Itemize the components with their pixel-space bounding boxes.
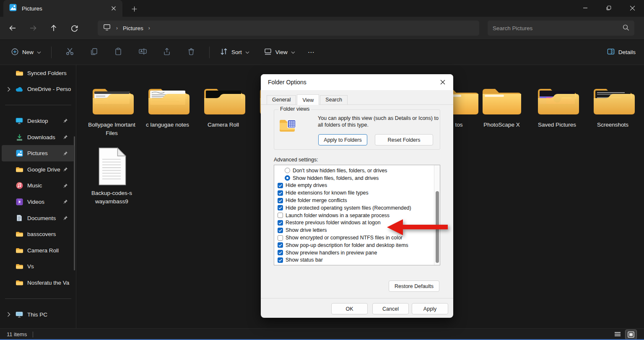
- this-pc-icon[interactable]: [103, 23, 111, 33]
- sidebar-item-label: Documents: [27, 215, 62, 221]
- sidebar-item-videos[interactable]: Videos: [2, 194, 74, 210]
- sidebar-item-desktop[interactable]: Desktop: [2, 113, 74, 129]
- sidebar-item-onedrive-perso[interactable]: OneDrive - Perso: [2, 81, 74, 98]
- minimize-button[interactable]: [574, 0, 597, 16]
- explorer-tab-pictures[interactable]: Pictures: [3, 0, 122, 17]
- restore-defaults-button[interactable]: Restore Defaults: [389, 280, 439, 292]
- checkbox-checked[interactable]: [278, 250, 283, 255]
- radio-selected[interactable]: [285, 175, 290, 181]
- new-tab-button[interactable]: [128, 3, 140, 14]
- folder-tile-screenshots[interactable]: Screenshots: [585, 71, 641, 129]
- expand-chevron-icon[interactable]: [5, 312, 13, 317]
- setting-hide-folder-merge-conflicts[interactable]: Hide folder merge conflicts: [274, 197, 440, 204]
- checkbox-checked[interactable]: [278, 205, 283, 210]
- setting-don-t-show-hidden-files-folders-or-drive[interactable]: Don't show hidden files, folders, or dri…: [274, 167, 440, 174]
- dialog-tab-view[interactable]: View: [297, 94, 319, 105]
- setting-hide-empty-drives[interactable]: Hide empty drives: [274, 182, 440, 189]
- folder-tile-camera-roll[interactable]: Camera Roll: [195, 71, 251, 129]
- setting-show-pop-up-description-for-folder-and-d[interactable]: Show pop-up description for folder and d…: [274, 241, 440, 249]
- share-button[interactable]: [159, 45, 175, 60]
- folder-tile-photoscape-x[interactable]: PhotoScape X: [474, 71, 530, 129]
- setting-show-drive-letters[interactable]: Show drive letters: [274, 226, 440, 234]
- titlebar: Pictures: [0, 0, 644, 17]
- sidebar-item-pictures[interactable]: Pictures: [2, 145, 74, 161]
- breadcrumb-pictures[interactable]: Pictures: [123, 25, 143, 31]
- sidebar-item-label: Camera Roll: [27, 247, 72, 254]
- setting-show-hidden-files-folders-and-drives[interactable]: Show hidden files, folders, and drives: [274, 174, 440, 182]
- cut-button[interactable]: [62, 45, 78, 60]
- videos-icon: [15, 198, 23, 205]
- rename-button[interactable]: [135, 45, 151, 60]
- sidebar-item-basscovers[interactable]: basscovers: [2, 226, 74, 242]
- radio-unselected[interactable]: [285, 168, 290, 173]
- new-button[interactable]: New: [7, 44, 45, 60]
- folder-tile-saved-pictures[interactable]: Saved Pictures: [529, 71, 585, 129]
- sidebar-item-downloads[interactable]: Downloads: [2, 129, 74, 145]
- checkbox-checked[interactable]: [278, 220, 283, 226]
- checkbox-checked[interactable]: [278, 257, 283, 263]
- checkbox-checked[interactable]: [278, 190, 283, 196]
- checkbox-unchecked[interactable]: [278, 235, 283, 241]
- details-button[interactable]: Details: [607, 47, 636, 57]
- sort-button[interactable]: Sort: [216, 44, 254, 60]
- dialog-close-icon[interactable]: [437, 77, 448, 88]
- setting-show-sync-provider-notifications[interactable]: Show sync provider notifications: [274, 264, 440, 265]
- paste-button[interactable]: [110, 45, 126, 60]
- list-scrollbar-thumb[interactable]: [436, 191, 439, 263]
- sidebar-item-this-pc[interactable]: This PC: [2, 306, 74, 323]
- setting-show-encrypted-or-compressed-ntfs-files-[interactable]: Show encrypted or compressed NTFS files …: [274, 234, 440, 241]
- checkbox-checked[interactable]: [278, 265, 283, 265]
- forward-button[interactable]: [25, 21, 41, 36]
- setting-show-preview-handlers-in-preview-pane[interactable]: Show preview handlers in preview pane: [274, 249, 440, 257]
- folder-icon: [15, 263, 23, 270]
- cancel-button[interactable]: Cancel: [372, 303, 409, 314]
- search-box[interactable]: [488, 21, 634, 36]
- checkbox-checked[interactable]: [278, 183, 283, 188]
- apply-button[interactable]: Apply: [412, 303, 448, 314]
- sidebar-item-synced-folders[interactable]: Synced Folders: [2, 65, 74, 81]
- folder-tile-c-langugae-notes[interactable]: c langugae notes: [140, 71, 195, 129]
- file-tile-backup-codes-s-wayambass9[interactable]: Backup-codes-s wayambass9: [84, 140, 140, 206]
- setting-show-status-bar[interactable]: Show status bar: [274, 257, 440, 264]
- dialog-tab-general[interactable]: General: [267, 95, 296, 104]
- search-input[interactable]: [493, 25, 622, 31]
- copy-button[interactable]: [86, 45, 102, 60]
- close-button[interactable]: [621, 0, 644, 16]
- sidebar-item-documents[interactable]: Documents: [2, 210, 74, 226]
- large-icons-view-toggle[interactable]: [626, 330, 636, 339]
- maximize-button[interactable]: [597, 0, 621, 16]
- address-bar[interactable]: › Pictures ›: [98, 21, 479, 36]
- setting-hide-extensions-for-known-file-types[interactable]: Hide extensions for known file types: [274, 189, 440, 197]
- refresh-button[interactable]: [66, 21, 82, 36]
- setting-hide-protected-operating-system-files-re[interactable]: Hide protected operating system files (R…: [274, 204, 440, 212]
- setting-launch-folder-windows-in-a-separate-proc[interactable]: Launch folder windows in a separate proc…: [274, 212, 440, 219]
- reset-folders-button[interactable]: Reset Folders: [375, 134, 433, 145]
- details-view-toggle[interactable]: [612, 330, 623, 339]
- up-button[interactable]: [46, 21, 62, 36]
- apply-to-folders-button[interactable]: Apply to Folders: [318, 134, 367, 145]
- sidebar-item-label: Google Drive: [27, 166, 62, 173]
- tab-close-icon[interactable]: [109, 4, 118, 13]
- checkbox-checked[interactable]: [278, 198, 283, 203]
- checkbox-checked[interactable]: [278, 228, 283, 233]
- ok-button[interactable]: OK: [331, 303, 368, 314]
- tile-label: Saved Pictures: [529, 121, 585, 129]
- sidebar-item-vs[interactable]: Vs: [2, 259, 74, 275]
- view-button[interactable]: View: [260, 44, 299, 60]
- checkbox-unchecked[interactable]: [278, 213, 283, 218]
- sidebar-item-google-drive[interactable]: Google Drive: [2, 161, 74, 178]
- sort-button-label: Sort: [231, 49, 242, 55]
- expand-chevron-icon[interactable]: [5, 87, 13, 92]
- checkbox-checked[interactable]: [278, 242, 283, 248]
- tile-label: Bollypage Imortant Files: [84, 121, 140, 138]
- more-options-button[interactable]: ⋯: [304, 45, 319, 60]
- folder-tile-bollypage-imortant-files[interactable]: Bollypage Imortant Files: [84, 71, 140, 138]
- list-scrollbar[interactable]: [434, 165, 440, 265]
- sidebar-item-nosferatu-the-va[interactable]: Nosferatu the Va: [2, 275, 74, 291]
- delete-button[interactable]: [183, 45, 199, 60]
- sidebar-item-camera-roll[interactable]: Camera Roll: [2, 242, 74, 259]
- setting-restore-previous-folder-windows-at-logon[interactable]: Restore previous folder windows at logon: [274, 219, 440, 227]
- back-button[interactable]: [5, 21, 21, 36]
- dialog-tab-search[interactable]: Search: [320, 95, 348, 104]
- sidebar-item-music[interactable]: Music: [2, 178, 74, 194]
